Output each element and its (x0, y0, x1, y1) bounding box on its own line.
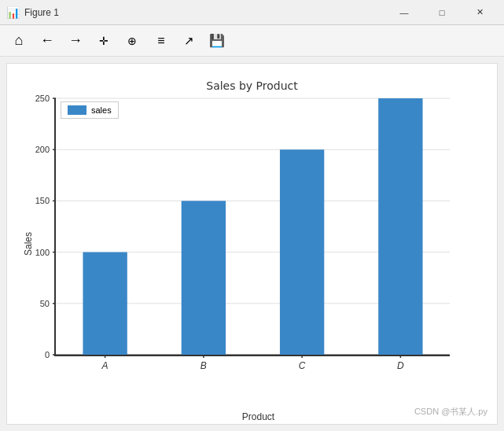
svg-text:200: 200 (35, 145, 50, 154)
svg-text:0: 0 (45, 350, 50, 359)
minimize-button[interactable]: — (386, 2, 422, 24)
svg-rect-24 (280, 149, 324, 355)
svg-text:B: B (200, 360, 207, 371)
svg-rect-18 (83, 252, 127, 355)
chart-legend: sales (61, 101, 119, 119)
svg-rect-27 (378, 98, 422, 355)
configure-button[interactable]: ≡ (148, 28, 173, 53)
chart-svg: 050100150200250ABCD (56, 98, 450, 355)
chart-wrapper: Sales by Product Sales 050100150200250AB… (7, 64, 497, 424)
legend-label: sales (91, 105, 112, 115)
title-bar: 📊 Figure 1 — □ ✕ (0, 0, 504, 25)
chart-title: Sales by Product (54, 79, 450, 92)
x-axis-label: Product (242, 411, 274, 422)
legend-color-swatch (68, 105, 86, 115)
forward-button[interactable]: → (63, 28, 88, 53)
title-bar-buttons: — □ ✕ (386, 2, 498, 24)
chart-container: Sales by Product Sales 050100150200250AB… (6, 63, 498, 425)
home-button[interactable]: ⌂ (6, 28, 31, 53)
back-button[interactable]: ← (35, 28, 60, 53)
pan-button[interactable]: ✛ (91, 28, 116, 53)
svg-text:D: D (397, 360, 404, 371)
save-button[interactable]: 💾 (204, 28, 230, 53)
zoom-button[interactable]: ⊕ (120, 28, 145, 53)
svg-text:150: 150 (35, 196, 50, 205)
svg-text:100: 100 (35, 248, 50, 257)
watermark: CSDN @书某人.py (414, 406, 487, 418)
maximize-button[interactable]: □ (424, 2, 460, 24)
svg-text:250: 250 (35, 94, 50, 103)
svg-text:50: 50 (40, 299, 50, 308)
window-icon: 📊 (6, 6, 20, 19)
trendline-button[interactable]: ↗ (176, 28, 201, 53)
y-axis-label: Sales (23, 232, 34, 256)
chart-area: 050100150200250ABCD (54, 98, 450, 356)
svg-rect-21 (182, 201, 226, 355)
svg-text:A: A (101, 360, 109, 371)
title-bar-left: 📊 Figure 1 (6, 6, 59, 19)
close-button[interactable]: ✕ (462, 2, 498, 24)
svg-text:C: C (299, 360, 306, 371)
toolbar: ⌂ ← → ✛ ⊕ ≡ ↗ 💾 (0, 25, 504, 57)
window-title: Figure 1 (24, 7, 59, 18)
